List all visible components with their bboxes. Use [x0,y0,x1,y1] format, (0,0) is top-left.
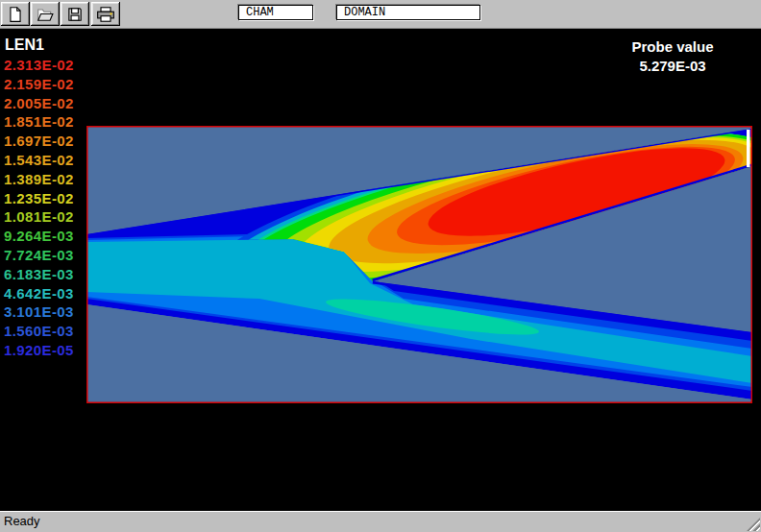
open-folder-icon [37,6,54,23]
probe-label: Probe value [591,37,754,57]
legend-value: 1.389E-02 [4,170,74,189]
status-bar: Ready [0,511,761,532]
application-window: CHAM DOMAIN LEN1 2.313E-022.159E-022.005… [0,0,761,532]
probe-value: 5.279E-03 [591,57,754,76]
legend-value: 1.920E-05 [4,341,74,360]
legend-list: 2.313E-022.159E-022.005E-021.851E-021.69… [4,56,74,360]
toolbar: CHAM DOMAIN [0,0,761,29]
legend-value: 2.005E-02 [4,94,74,113]
status-text: Ready [4,514,40,528]
viewer-canvas: LEN1 2.313E-022.159E-022.005E-021.851E-0… [0,29,761,511]
legend-value: 1.560E-03 [4,322,74,341]
open-button[interactable] [31,2,60,26]
variable-label: LEN1 [5,36,44,54]
legend-value: 7.724E-03 [4,246,74,265]
outlet-marker [747,130,750,167]
legend-value: 1.081E-02 [4,207,74,227]
legend-value: 2.313E-02 [4,56,74,75]
domain-field[interactable]: DOMAIN [336,5,480,20]
legend-value: 9.264E-03 [4,227,74,246]
save-button[interactable] [61,2,89,26]
legend-value: 1.235E-02 [4,189,74,208]
legend-value: 6.183E-03 [4,265,74,284]
print-button[interactable] [91,2,120,26]
legend-value: 1.851E-02 [4,112,74,132]
legend-value: 4.642E-03 [4,284,74,303]
new-document-icon [7,6,24,23]
save-floppy-icon [66,6,84,23]
cham-field[interactable]: CHAM [238,5,313,20]
resize-grip[interactable] [747,518,760,531]
new-button[interactable] [1,2,30,26]
legend-value: 3.101E-03 [4,302,74,322]
contour-plot[interactable] [86,126,752,403]
print-icon [96,6,115,23]
probe-readout: Probe value 5.279E-03 [591,37,754,76]
legend-value: 1.543E-02 [4,151,74,170]
legend-value: 1.697E-02 [4,132,74,151]
legend-value: 2.159E-02 [4,75,74,94]
